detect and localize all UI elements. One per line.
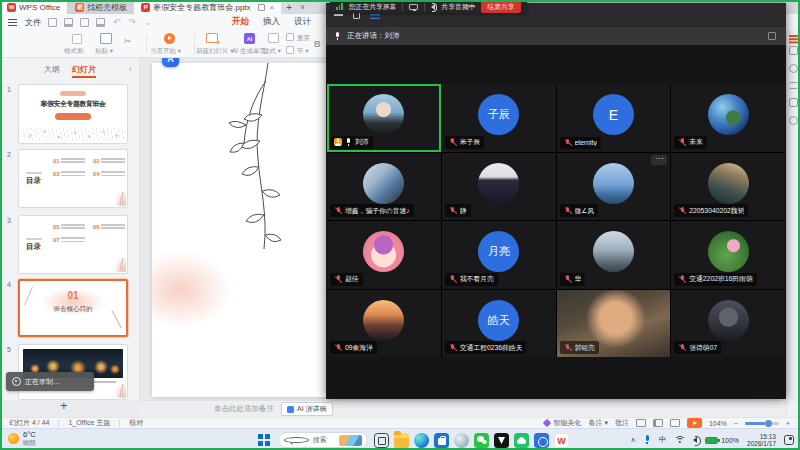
participant-tile[interactable]: E eternity xyxy=(557,84,671,152)
bold-button[interactable]: B xyxy=(314,39,321,49)
tab-presentation-file[interactable]: P 寒假安全专题教育班会.pptx × xyxy=(134,0,281,14)
microsoft-store-icon[interactable] xyxy=(434,433,449,448)
tab-close-icon[interactable]: × xyxy=(270,3,275,12)
participant-tile-host[interactable]: 刘沛 xyxy=(327,84,441,152)
paste-icon[interactable] xyxy=(100,33,112,44)
comments-toggle[interactable]: 批注 xyxy=(615,418,629,428)
preview-icon[interactable] xyxy=(80,18,89,27)
search-box[interactable]: 搜索 xyxy=(278,432,368,448)
tray-chevron-icon[interactable]: ∧ xyxy=(631,436,636,444)
ribbon-tab-design[interactable]: 设计 xyxy=(294,16,311,28)
minimize-icon[interactable] xyxy=(334,14,343,16)
weather-widget[interactable]: 6°C 晴朗 xyxy=(8,431,36,446)
audio-settings-icon[interactable] xyxy=(768,32,776,40)
beautify-button[interactable]: 智能美化 xyxy=(544,418,581,428)
edge-browser-icon[interactable] xyxy=(414,433,429,448)
right-menu-icon[interactable] xyxy=(789,35,798,37)
zoom-in-button[interactable]: + xyxy=(786,420,790,427)
ai-assistant-fab[interactable]: A xyxy=(162,58,179,67)
tab-wps-home[interactable]: W WPS Office xyxy=(0,0,68,14)
properties-icon[interactable] xyxy=(789,46,798,55)
comment-icon[interactable] xyxy=(789,116,798,125)
cut-icon[interactable]: ✂ xyxy=(124,36,132,46)
tab-outline[interactable]: 大纲 xyxy=(44,64,60,75)
participant-tile[interactable]: 月亮 我不看月亮 xyxy=(442,221,556,289)
ribbon-tab-home[interactable]: 开始 xyxy=(232,16,249,28)
theme-button[interactable]: 1_Office 主题 xyxy=(68,418,110,428)
participant-tile[interactable]: 静 xyxy=(442,153,556,221)
participant-tile[interactable]: 未来 xyxy=(671,84,785,152)
participant-tile[interactable]: 增鑫，骗子你の音速♪ xyxy=(327,153,441,221)
browser-app-icon[interactable] xyxy=(454,433,469,448)
reset-icon[interactable] xyxy=(286,33,294,41)
more-chevron-icon[interactable]: ⌄ xyxy=(144,17,152,27)
new-slide-button[interactable]: 新建幻灯片 ▾ xyxy=(196,47,234,56)
ai-generate-button[interactable]: AI 生成单页 xyxy=(232,47,266,56)
print-icon[interactable] xyxy=(64,18,73,27)
ribbon-tab-insert[interactable]: 插入 xyxy=(263,16,280,28)
task-view-icon[interactable] xyxy=(374,433,389,448)
zoom-out-button[interactable]: − xyxy=(734,420,738,427)
play-from-current-icon[interactable] xyxy=(164,33,175,44)
tile-more-button[interactable]: ⋯ xyxy=(651,155,667,165)
undo-icon[interactable]: ↶ xyxy=(113,17,121,27)
wifi-icon[interactable] xyxy=(674,436,685,445)
normal-view-icon[interactable] xyxy=(636,419,646,427)
list-icon[interactable] xyxy=(789,82,798,89)
ai-speech-button[interactable]: AI 演讲稿 xyxy=(281,402,333,416)
blue-app-icon[interactable] xyxy=(534,433,549,448)
tab-list-chevron[interactable]: ∨ xyxy=(297,0,308,14)
file-menu[interactable]: 文件 xyxy=(25,17,41,28)
tab-restore-icon[interactable] xyxy=(258,4,265,11)
slide-thumbnail-2[interactable]: 目录 01 02 03 04 xyxy=(18,149,128,208)
ime-indicator[interactable]: 中 xyxy=(659,435,667,445)
add-slide-button[interactable]: + xyxy=(60,398,68,413)
mic-in-use-icon[interactable] xyxy=(644,435,651,445)
format-painter-button[interactable]: 格式刷 xyxy=(64,47,84,56)
participant-tile[interactable]: 赵佳 xyxy=(327,221,441,289)
reset-button[interactable]: 重置 xyxy=(297,34,310,43)
participant-tile[interactable]: 22053040202魏韬 xyxy=(671,153,785,221)
tab-docer-templates[interactable]: 稻 找稻壳模板 xyxy=(68,0,134,14)
participant-tile-video[interactable]: 郭铭亮 xyxy=(557,290,671,358)
slide-thumbnail-4-selected[interactable]: 01 班会核心目的 xyxy=(18,279,128,337)
ai-generate-icon[interactable]: AI xyxy=(244,33,255,44)
new-tab-button[interactable]: + xyxy=(281,0,297,14)
save-icon[interactable] xyxy=(48,18,57,27)
participant-tile[interactable]: 子辰 米子辰 xyxy=(442,84,556,152)
slide-thumbnail-1[interactable]: 寒假安全专题教育班会 xyxy=(18,84,128,144)
file-explorer-icon[interactable] xyxy=(394,433,409,448)
search-doodle-image[interactable] xyxy=(339,435,362,446)
participant-tile[interactable]: ⋯ 微∠风 xyxy=(557,153,671,221)
animation-icon[interactable] xyxy=(789,98,798,107)
battery-indicator[interactable]: 100% xyxy=(705,437,739,444)
section-icon[interactable] xyxy=(286,46,294,54)
share-screen-icon[interactable] xyxy=(409,4,418,10)
zoom-slider[interactable] xyxy=(745,422,779,425)
participant-tile[interactable]: 皓天 交通工程0236薛皓天 xyxy=(442,290,556,358)
help-icon[interactable] xyxy=(789,64,798,73)
notes-placeholder[interactable]: 单击此处添加备注 xyxy=(214,404,274,414)
clock[interactable]: 15:13 2026/1/17 xyxy=(747,433,776,448)
redo-icon[interactable]: ↷ xyxy=(129,17,137,27)
participant-tile[interactable]: 华 xyxy=(557,221,671,289)
reading-view-icon[interactable] xyxy=(670,419,680,427)
layout-button[interactable]: 版式 ▾ xyxy=(263,47,281,56)
tab-slides[interactable]: 幻灯片 xyxy=(72,64,96,75)
output-icon[interactable] xyxy=(96,18,105,27)
layout-icon[interactable] xyxy=(268,33,279,43)
participant-tile[interactable]: 09秦海洋 xyxy=(327,290,441,358)
start-button[interactable] xyxy=(258,434,270,446)
slideshow-button[interactable] xyxy=(687,418,702,428)
participant-tile[interactable]: 交通2202班16田雨萌 xyxy=(671,221,785,289)
new-slide-icon[interactable] xyxy=(206,33,218,43)
main-menu-icon[interactable] xyxy=(8,19,17,26)
slide-thumbnail-3[interactable]: 目录 05 06 07 xyxy=(18,215,128,274)
volume-icon[interactable] xyxy=(693,437,697,443)
notes-toggle[interactable]: 备注 ▾ xyxy=(588,418,607,428)
black-app-icon[interactable] xyxy=(494,433,509,448)
slide-sorter-icon[interactable] xyxy=(653,419,663,427)
format-painter-icon[interactable] xyxy=(72,34,82,44)
paste-button[interactable]: 粘贴 ▾ xyxy=(95,47,113,56)
end-share-button[interactable]: 结束共享 xyxy=(481,0,520,13)
